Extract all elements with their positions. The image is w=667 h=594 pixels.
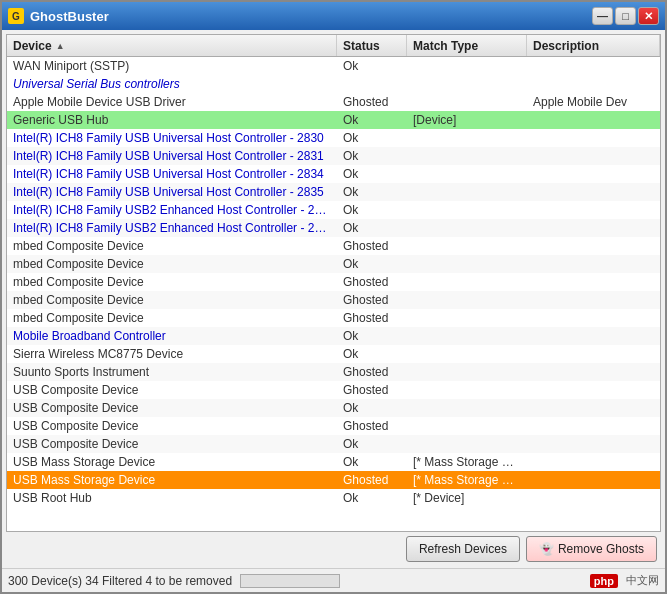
cell-matchtype — [407, 335, 527, 337]
cell-device: Generic USB Hub — [7, 112, 337, 128]
cell-status: Ok — [337, 256, 407, 272]
cell-status: Ok — [337, 112, 407, 128]
table-scroll[interactable]: WAN Miniport (SSTP) Ok Universal Serial … — [7, 57, 660, 531]
cell-matchtype — [407, 155, 527, 157]
window-title: GhostBuster — [30, 9, 592, 24]
cell-status: Ghosted — [337, 292, 407, 308]
cell-device: mbed Composite Device — [7, 310, 337, 326]
cell-description — [527, 263, 660, 265]
cell-status: Ok — [337, 220, 407, 236]
cell-description: Apple Mobile Dev — [527, 94, 660, 110]
table-row[interactable]: USB Composite Device Ghosted — [7, 417, 660, 435]
cell-device: USB Mass Storage Device — [7, 472, 337, 488]
cell-device: Apple Mobile Device USB Driver — [7, 94, 337, 110]
cell-description — [527, 209, 660, 211]
cell-description — [527, 443, 660, 445]
cell-matchtype — [407, 317, 527, 319]
cell-description — [527, 155, 660, 157]
cell-status: Ok — [337, 400, 407, 416]
cell-description — [527, 317, 660, 319]
cell-description — [527, 425, 660, 427]
table-row[interactable]: USB Mass Storage Device Ghosted [* Mass … — [7, 471, 660, 489]
table-row[interactable]: Intel(R) ICH8 Family USB Universal Host … — [7, 147, 660, 165]
cell-matchtype — [407, 209, 527, 211]
titlebar-buttons: — □ ✕ — [592, 7, 659, 25]
cell-description — [527, 245, 660, 247]
cell-matchtype: [* Mass Storage Device] — [407, 454, 527, 470]
cell-matchtype — [407, 407, 527, 409]
remove-ghosts-button[interactable]: 👻 Remove Ghosts — [526, 536, 657, 562]
cell-description — [527, 479, 660, 481]
cell-status: Ok — [337, 490, 407, 506]
table-row[interactable]: Mobile Broadband Controller Ok — [7, 327, 660, 345]
cell-status: Ok — [337, 148, 407, 164]
table-row[interactable]: mbed Composite Device Ghosted — [7, 273, 660, 291]
table-row[interactable]: mbed Composite Device Ok — [7, 255, 660, 273]
table-row[interactable]: Intel(R) ICH8 Family USB2 Enhanced Host … — [7, 201, 660, 219]
col-header-device[interactable]: Device ▲ — [7, 35, 337, 56]
maximize-button[interactable]: □ — [615, 7, 636, 25]
cell-device: USB Composite Device — [7, 382, 337, 398]
table-row[interactable]: mbed Composite Device Ghosted — [7, 291, 660, 309]
table-row[interactable]: Generic USB Hub Ok [Device] — [7, 111, 660, 129]
cell-device: Intel(R) ICH8 Family USB2 Enhanced Host … — [7, 202, 337, 218]
status-text: 300 Device(s) 34 Filtered 4 to be remove… — [8, 574, 232, 588]
cell-description — [527, 407, 660, 409]
cell-matchtype — [407, 425, 527, 427]
table-row[interactable]: USB Composite Device Ghosted — [7, 381, 660, 399]
table-row[interactable]: USB Composite Device Ok — [7, 399, 660, 417]
table-row[interactable]: USB Root Hub Ok [* Device] — [7, 489, 660, 507]
sort-arrow-icon: ▲ — [56, 41, 65, 51]
col-header-description[interactable]: Description — [527, 35, 660, 56]
table-row[interactable]: Apple Mobile Device USB Driver Ghosted A… — [7, 93, 660, 111]
progress-bar — [240, 574, 340, 588]
cell-description — [527, 371, 660, 373]
cell-matchtype — [407, 173, 527, 175]
cell-matchtype — [407, 191, 527, 193]
cell-description — [527, 353, 660, 355]
cell-device: Intel(R) ICH8 Family USB Universal Host … — [7, 148, 337, 164]
table-row[interactable]: Universal Serial Bus controllers — [7, 75, 660, 93]
table-row[interactable]: Intel(R) ICH8 Family USB Universal Host … — [7, 129, 660, 147]
table-row[interactable]: Intel(R) ICH8 Family USB Universal Host … — [7, 183, 660, 201]
device-table: Device ▲ Status Match Type Description W… — [6, 34, 661, 532]
cell-matchtype — [407, 101, 527, 103]
table-row[interactable]: mbed Composite Device Ghosted — [7, 237, 660, 255]
cell-description — [527, 227, 660, 229]
table-row[interactable]: Intel(R) ICH8 Family USB Universal Host … — [7, 165, 660, 183]
minimize-button[interactable]: — — [592, 7, 613, 25]
cell-status: Ghosted — [337, 274, 407, 290]
cell-device: USB Composite Device — [7, 400, 337, 416]
cell-status: Ghosted — [337, 364, 407, 380]
cell-device: Sierra Wireless MC8775 Device — [7, 346, 337, 362]
table-row[interactable]: mbed Composite Device Ghosted — [7, 309, 660, 327]
close-button[interactable]: ✕ — [638, 7, 659, 25]
section-header-label: Universal Serial Bus controllers — [7, 76, 660, 92]
cell-description — [527, 335, 660, 337]
refresh-devices-button[interactable]: Refresh Devices — [406, 536, 520, 562]
cell-device: Suunto Sports Instrument — [7, 364, 337, 380]
col-header-status[interactable]: Status — [337, 35, 407, 56]
table-row[interactable]: Intel(R) ICH8 Family USB2 Enhanced Host … — [7, 219, 660, 237]
cell-status: Ok — [337, 346, 407, 362]
table-row[interactable]: USB Mass Storage Device Ok [* Mass Stora… — [7, 453, 660, 471]
table-body: WAN Miniport (SSTP) Ok Universal Serial … — [7, 57, 660, 507]
cell-matchtype — [407, 65, 527, 67]
cell-status: Ok — [337, 436, 407, 452]
cell-status: Ok — [337, 184, 407, 200]
table-row[interactable]: Sierra Wireless MC8775 Device Ok — [7, 345, 660, 363]
cell-matchtype: [* Mass Storage Device] — [407, 472, 527, 488]
cell-matchtype — [407, 443, 527, 445]
statusbar: 300 Device(s) 34 Filtered 4 to be remove… — [2, 568, 665, 592]
cell-description — [527, 119, 660, 121]
cell-matchtype — [407, 227, 527, 229]
col-header-matchtype[interactable]: Match Type — [407, 35, 527, 56]
cell-status: Ghosted — [337, 310, 407, 326]
cell-device: Intel(R) ICH8 Family USB Universal Host … — [7, 166, 337, 182]
table-row[interactable]: WAN Miniport (SSTP) Ok — [7, 57, 660, 75]
table-row[interactable]: USB Composite Device Ok — [7, 435, 660, 453]
cell-status: Ok — [337, 202, 407, 218]
cell-description — [527, 281, 660, 283]
table-row[interactable]: Suunto Sports Instrument Ghosted — [7, 363, 660, 381]
cell-matchtype — [407, 353, 527, 355]
